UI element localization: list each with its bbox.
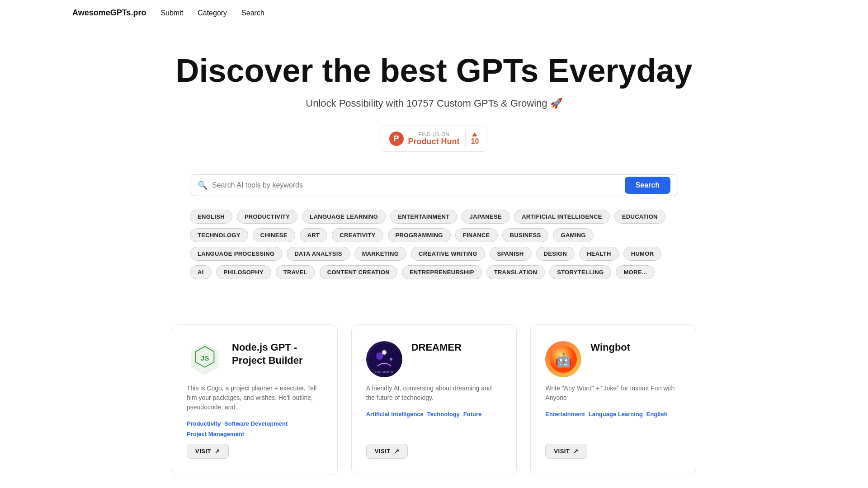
card-header: 🤖 Wingbot [545, 341, 681, 377]
tag-item[interactable]: TECHNOLOGY [190, 228, 248, 242]
gpt-card-dreamer: DREAMER DREAMER A friendly AI, conversin… [351, 324, 517, 475]
card-tags: ProductivitySoftware DevelopmentProject … [187, 420, 323, 437]
tag-item[interactable]: GAMING [553, 228, 593, 242]
card-description: A friendly AI, conversing about dreaming… [366, 384, 502, 403]
nav-search[interactable]: Search [241, 9, 264, 17]
ph-count-group: 10 [471, 132, 479, 145]
visit-button[interactable]: VISIT ↗ [366, 444, 408, 459]
tag-item[interactable]: CONTENT CREATION [320, 265, 397, 279]
tags-section: ENGLISHPRODUCTIVITYLANGUAGE LEARNINGENTE… [181, 210, 687, 279]
search-bar: 🔍 Search [190, 174, 678, 196]
ph-upvote-icon [472, 132, 477, 136]
ph-find-us-text: FIND US ON [408, 131, 460, 137]
external-link-icon: ↗ [215, 448, 220, 455]
hero-title: Discover the best GPTs Everyday [9, 53, 859, 89]
navbar: AwesomeGPTs.pro Submit Category Search [0, 0, 868, 26]
tag-item[interactable]: LANGUAGE LEARNING [302, 210, 386, 224]
card-title: Wingbot [590, 341, 630, 354]
tag-item[interactable]: TRANSLATION [486, 265, 545, 279]
tag-item[interactable]: MARKETING [354, 247, 406, 261]
ph-left: P FIND US ON Product Hunt [389, 131, 460, 146]
tag-item[interactable]: LANGUAGE PROCESSING [190, 247, 282, 261]
card-tag[interactable]: Artificial Intelligence [366, 411, 424, 418]
tag-item[interactable]: HEALTH [579, 247, 619, 261]
card-tag[interactable]: Software Development [224, 420, 288, 427]
tag-item[interactable]: JAPANESE [462, 210, 509, 224]
tag-item[interactable]: STORYTELLING [549, 265, 611, 279]
tag-item[interactable]: DATA ANALYSIS [287, 247, 349, 261]
tag-item[interactable]: PROGRAMMING [388, 228, 451, 242]
card-tag[interactable]: Entertainment [545, 411, 585, 418]
svg-text:🤖: 🤖 [555, 352, 572, 368]
card-header: DREAMER DREAMER [366, 341, 502, 377]
card-tag[interactable]: Technology [427, 411, 460, 418]
tag-item[interactable]: ART [300, 228, 328, 242]
tag-item[interactable]: SPANISH [490, 247, 532, 261]
search-section: 🔍 Search [181, 174, 687, 196]
ph-name: Product Hunt [408, 137, 460, 146]
hero-subtitle: Unlock Possibility with 10757 Custom GPT… [9, 98, 859, 109]
tag-item[interactable]: FINANCE [455, 228, 498, 242]
search-input[interactable] [212, 175, 625, 196]
ph-icon: P [389, 131, 404, 146]
tag-item[interactable]: CREATIVE WRITING [411, 247, 485, 261]
tag-item[interactable]: TRAVEL [276, 265, 315, 279]
tag-item[interactable]: ENTERTAINMENT [390, 210, 457, 224]
card-tag[interactable]: Project Management [187, 431, 244, 437]
product-hunt-badge[interactable]: P FIND US ON Product Hunt 10 [381, 126, 488, 152]
card-title: Node.js GPT - Project Builder [232, 341, 323, 367]
tag-item[interactable]: CHINESE [253, 228, 295, 242]
search-icon: 🔍 [198, 180, 208, 190]
gpt-card-wingbot: 🤖 Wingbot Write "Any Word" + "Joke" for … [530, 324, 696, 475]
tag-item[interactable]: EDUCATION [614, 210, 665, 224]
card-logo: DREAMER [366, 341, 402, 377]
svg-point-3 [382, 350, 387, 355]
tag-item[interactable]: ARTIFICIAL INTELLIGENCE [514, 210, 610, 224]
card-description: Write "Any Word" + "Joke" for Instant Fu… [545, 384, 681, 403]
tag-item[interactable]: BUSINESS [502, 228, 549, 242]
card-description: This is Cogo, a project planner + execut… [187, 384, 323, 412]
card-tags: EntertainmentLanguage LearningEnglish [545, 411, 681, 418]
nav-submit[interactable]: Submit [160, 9, 183, 17]
card-logo: JS [187, 341, 223, 377]
svg-point-2 [376, 352, 383, 360]
tag-item[interactable]: HUMOR [623, 247, 662, 261]
tag-item[interactable]: MORE... [616, 265, 655, 279]
external-link-icon: ↗ [394, 448, 400, 455]
svg-text:JS: JS [201, 354, 209, 362]
tag-item[interactable]: DESIGN [536, 247, 575, 261]
nav-logo[interactable]: AwesomeGPTs.pro [72, 8, 146, 18]
ph-count-number: 10 [471, 137, 479, 145]
svg-text:DREAMER: DREAMER [375, 370, 393, 374]
tag-item[interactable]: PRODUCTIVITY [237, 210, 297, 224]
card-tag[interactable]: Productivity [187, 420, 221, 427]
ph-text-group: FIND US ON Product Hunt [408, 131, 460, 146]
card-title: DREAMER [411, 341, 462, 354]
cards-section: JS Node.js GPT - Project Builder This is… [163, 324, 705, 488]
visit-button[interactable]: VISIT ↗ [187, 444, 229, 459]
external-link-icon: ↗ [573, 448, 579, 455]
tag-item[interactable]: CREATIVITY [332, 228, 383, 242]
card-tag[interactable]: Language Learning [589, 411, 643, 418]
tag-item[interactable]: AI [190, 265, 212, 279]
svg-point-4 [390, 358, 392, 361]
hero-section: Discover the best GPTs Everyday Unlock P… [0, 26, 868, 324]
tag-item[interactable]: ENTREPRENEURSHIP [402, 265, 482, 279]
nav-category[interactable]: Category [198, 9, 227, 17]
card-header: JS Node.js GPT - Project Builder [187, 341, 323, 377]
tag-item[interactable]: PHILOSOPHY [216, 265, 271, 279]
tag-item[interactable]: ENGLISH [190, 210, 232, 224]
gpt-card-nodejs-gpt: JS Node.js GPT - Project Builder This is… [172, 324, 338, 475]
card-tag[interactable]: English [646, 411, 668, 418]
card-tag[interactable]: Future [463, 411, 481, 418]
visit-button[interactable]: VISIT ↗ [545, 444, 587, 459]
card-logo: 🤖 [545, 341, 581, 377]
ph-divider [465, 131, 466, 147]
search-button[interactable]: Search [625, 177, 670, 194]
card-tags: Artificial IntelligenceTechnologyFuture [366, 411, 502, 418]
